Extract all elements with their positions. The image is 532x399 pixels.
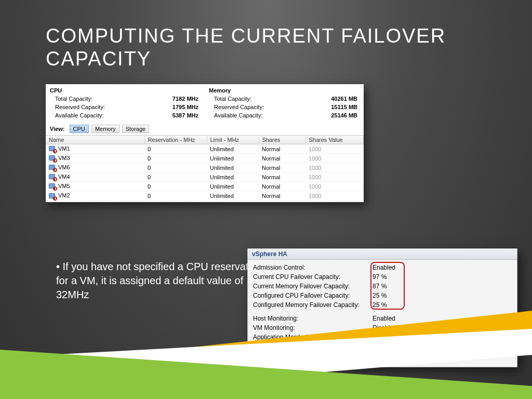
table-row[interactable]: VM50UnlimitedNormal1000 xyxy=(46,182,364,191)
vm-icon xyxy=(49,165,56,171)
ha-host-mon-label: Host Monitoring: xyxy=(253,314,373,323)
mem-reserved-label: Reserved Capacity: xyxy=(214,103,264,111)
cpu-total-label: Total Capacity: xyxy=(55,95,92,103)
table-row[interactable]: VM40UnlimitedNormal1000 xyxy=(46,172,364,182)
cpu-reserved-value: 1795 MHz xyxy=(157,103,198,111)
vsphere-ha-panel: vSphere HA Admission Control:Enabled Cur… xyxy=(247,248,517,367)
cpu-total-value: 7182 MHz xyxy=(157,95,198,103)
resource-panel: CPU Total Capacity:7182 MHz Reserved Cap… xyxy=(46,84,364,202)
mem-total-label: Total Capacity: xyxy=(214,95,251,103)
ha-mem-failover-value: 87 % xyxy=(373,282,404,291)
vm-icon xyxy=(49,155,56,162)
ha-mem-failover-label: Current Memory Failover Capacity: xyxy=(253,282,373,291)
table-row[interactable]: VM60UnlimitedNormal1000 xyxy=(46,163,364,172)
ha-cpu-failover-value: 97 % xyxy=(373,272,404,282)
slide-title: COMPUTING THE CURRENT FAILOVER CAPACITY xyxy=(46,25,532,70)
cluster-status-link[interactable]: Cluster Status xyxy=(253,346,512,354)
mem-reserved-value: 15115 MB xyxy=(316,103,357,111)
mem-available-value: 25146 MB xyxy=(316,111,357,119)
col-limit[interactable]: Limit - MHz xyxy=(207,136,259,144)
bullet-text: If you have not specified a CPU reservat… xyxy=(56,260,264,302)
table-row[interactable]: VM30UnlimitedNormal1000 xyxy=(46,154,364,163)
ha-vm-mon-label: VM Monitoring: xyxy=(253,323,373,332)
view-storage-button[interactable]: Storage xyxy=(122,125,150,133)
ha-host-mon-value: Enabled xyxy=(373,314,404,323)
vm-icon xyxy=(49,174,56,180)
ha-cfg-cpu-label: Configured CPU Failover Capacity: xyxy=(253,291,373,300)
ha-cfg-mem-label: Configured Memory Failover Capacity: xyxy=(253,300,373,310)
vm-icon xyxy=(49,193,56,200)
view-cpu-button[interactable]: CPU xyxy=(70,125,89,133)
table-row[interactable]: VM20UnlimitedNormal1000 xyxy=(46,191,364,201)
ha-admission-value: Enabled xyxy=(373,263,404,272)
memory-heading: Memory xyxy=(209,87,360,94)
view-memory-button[interactable]: Memory xyxy=(91,125,119,133)
cpu-available-value: 5387 MHz xyxy=(157,111,198,119)
cpu-available-label: Available Capacity: xyxy=(55,111,103,119)
vm-icon xyxy=(49,146,56,152)
view-label: View: xyxy=(50,126,65,132)
mem-available-label: Available Capacity: xyxy=(214,111,262,119)
col-shares[interactable]: Shares xyxy=(259,136,305,144)
ha-cpu-failover-label: Current CPU Failover Capacity: xyxy=(253,272,373,282)
ha-admission-label: Admission Control: xyxy=(253,263,373,272)
configuration-issues-link[interactable]: Configuration Issues xyxy=(253,354,512,363)
ha-cfg-cpu-value: 25 % xyxy=(373,291,404,300)
view-toolbar: View: CPU Memory Storage xyxy=(46,123,364,135)
ha-vm-mon-value: Disabled xyxy=(373,323,404,332)
col-name[interactable]: Name xyxy=(46,136,144,144)
ha-app-mon-value: Disabled xyxy=(373,332,404,342)
vm-icon xyxy=(49,183,56,190)
col-shares-value[interactable]: Shares Value xyxy=(305,136,364,144)
ha-app-mon-label: Application Monitoring: xyxy=(253,332,373,342)
vm-table: Name Reservation - MHz Limit - MHz Share… xyxy=(46,135,364,201)
ha-title: vSphere HA xyxy=(248,249,517,260)
ha-cfg-mem-value: 25 % xyxy=(373,300,404,310)
table-row[interactable]: VM10UnlimitedNormal1000 xyxy=(46,144,364,154)
cpu-reserved-label: Reserved Capacity: xyxy=(55,103,105,111)
mem-total-value: 40261 MB xyxy=(316,95,357,103)
cpu-heading: CPU xyxy=(50,87,201,94)
col-reservation[interactable]: Reservation - MHz xyxy=(144,136,207,144)
